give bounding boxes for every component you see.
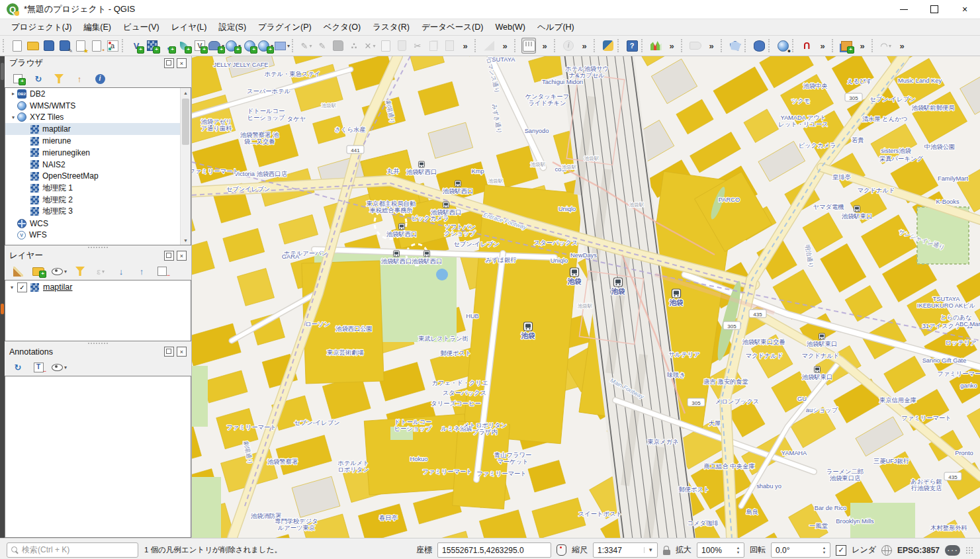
- toolbar-handle[interactable]: [554, 39, 558, 52]
- dropdown-arrow-icon[interactable]: ▼: [644, 547, 653, 553]
- metasearch-icon[interactable]: ●: [776, 38, 790, 54]
- add-wfs-layer-icon[interactable]: +▾: [258, 38, 273, 54]
- refresh-icon[interactable]: ↻: [31, 72, 46, 85]
- identify-features-icon[interactable]: i: [561, 38, 576, 54]
- scrollbar-thumb[interactable]: [182, 99, 189, 145]
- raster-histogram-icon[interactable]: [648, 38, 663, 54]
- add-selected-layers-icon[interactable]: +: [11, 72, 25, 85]
- toolbar-handle[interactable]: [594, 39, 598, 52]
- help-icon[interactable]: ?: [625, 38, 639, 54]
- save-layer-edits-icon[interactable]: [331, 38, 345, 54]
- menu-item[interactable]: データベース(D): [416, 20, 490, 35]
- browser-tree-item[interactable]: VWFS: [5, 230, 191, 241]
- expander-icon[interactable]: ▾: [8, 284, 16, 290]
- overflow-chevron[interactable]: »: [855, 38, 869, 54]
- overflow-chevron[interactable]: »: [498, 38, 512, 54]
- filter-browser-icon[interactable]: [52, 72, 66, 85]
- expander-icon[interactable]: ▸: [9, 91, 17, 97]
- layout-manager-icon[interactable]: *: [89, 38, 104, 54]
- coordinate-extent-toggle-icon[interactable]: [557, 544, 566, 556]
- browser-tree-item[interactable]: NAIS2: [5, 159, 191, 171]
- browser-tree-item[interactable]: WMS/WMTS: [5, 100, 191, 112]
- copy-features-icon[interactable]: [426, 38, 441, 54]
- add-wms-layer-icon[interactable]: +▾: [226, 38, 241, 54]
- menu-item[interactable]: プロジェクト(J): [5, 20, 77, 35]
- remove-layer-icon[interactable]: −: [155, 265, 169, 278]
- overflow-chevron[interactable]: »: [815, 38, 830, 54]
- menu-item[interactable]: レイヤ(L): [165, 20, 213, 35]
- browser-tree-item[interactable]: 地理院 1: [5, 182, 191, 194]
- style-manager-icon[interactable]: a: [105, 38, 120, 54]
- filter-legend-icon[interactable]: [73, 265, 87, 278]
- hidden-dock-strip[interactable]: [0, 56, 5, 538]
- measure-tool-icon[interactable]: [482, 38, 496, 54]
- toggle-editing-icon[interactable]: ✎: [315, 38, 330, 54]
- expand-all-icon[interactable]: ↓: [114, 265, 128, 278]
- toolbar-handle[interactable]: [744, 39, 748, 52]
- close-panel-icon[interactable]: ×: [177, 347, 187, 357]
- toolbar-handle[interactable]: [641, 39, 645, 52]
- render-checkbox[interactable]: ✓: [836, 545, 846, 556]
- scale-lock-icon[interactable]: [663, 550, 670, 555]
- save-project-icon[interactable]: [42, 38, 56, 54]
- browser-tree-item[interactable]: ▸DB2DB2: [5, 88, 191, 100]
- python-console-icon[interactable]: [601, 38, 615, 54]
- dropdown-arrow-icon[interactable]: ▾: [287, 43, 290, 49]
- toolbar-handle[interactable]: [721, 39, 725, 52]
- dropdown-arrow-icon[interactable]: ▾: [64, 365, 67, 370]
- browser-tree-item[interactable]: WCS: [5, 218, 191, 230]
- new-print-layout-icon[interactable]: ★: [73, 38, 88, 54]
- layer-item-maptilar[interactable]: ▾ ✓ maptilar: [5, 280, 191, 294]
- snapping-magnet-icon[interactable]: U: [799, 38, 814, 54]
- menu-item[interactable]: 編集(E): [77, 20, 117, 35]
- layer-label[interactable]: maptilar: [43, 282, 72, 292]
- close-panel-icon[interactable]: ×: [177, 251, 187, 261]
- add-spatialite-layer-icon[interactable]: +: [177, 38, 191, 54]
- menu-item[interactable]: 設定(S): [212, 20, 252, 35]
- collapse-all-icon[interactable]: ↑: [134, 265, 149, 278]
- toolbar-handle[interactable]: [617, 39, 621, 52]
- toolbar-handle[interactable]: [871, 39, 875, 52]
- delete-selected-icon[interactable]: [394, 38, 409, 54]
- dropdown-arrow-icon[interactable]: ▾: [64, 269, 67, 275]
- toolbar-handle[interactable]: [514, 39, 518, 52]
- menu-item[interactable]: Web(W): [489, 21, 531, 34]
- magnifier-spinbox[interactable]: 100% ▲▼: [697, 542, 744, 558]
- overflow-chevron[interactable]: »: [664, 38, 679, 54]
- toolbar-handle[interactable]: [792, 39, 796, 52]
- collapse-all-icon[interactable]: ↑: [72, 72, 87, 85]
- toolbar-handle[interactable]: [3, 39, 7, 52]
- rotation-spinbox[interactable]: 0.0° ▲▼: [771, 542, 830, 558]
- add-feature-icon[interactable]: ∴: [347, 38, 361, 54]
- duplicate-layer-icon[interactable]: +: [839, 38, 854, 54]
- toolbar-handle[interactable]: [768, 39, 772, 52]
- menu-item[interactable]: ベクタ(O): [318, 20, 367, 35]
- database-icon[interactable]: [752, 38, 766, 54]
- add-delimited-text-icon[interactable]: ,+: [161, 38, 175, 54]
- dropdown-arrow-icon[interactable]: ▾: [310, 43, 312, 49]
- dropdown-arrow-icon[interactable]: ▾: [102, 269, 105, 275]
- save-project-as-icon[interactable]: ✎: [58, 38, 72, 54]
- open-project-icon[interactable]: [26, 38, 40, 54]
- search-input[interactable]: 検索(Ctrl + K): [7, 542, 138, 558]
- add-raster-layer-icon[interactable]: +: [145, 38, 159, 54]
- menu-item[interactable]: ヘルプ(H): [531, 20, 580, 35]
- add-memory-layer-icon[interactable]: ▾: [275, 38, 290, 54]
- text-annotation-icon[interactable]: T−: [31, 361, 46, 374]
- float-panel-icon[interactable]: [164, 347, 174, 357]
- browser-tree-item[interactable]: 地理院 2: [5, 194, 191, 206]
- close-panel-icon[interactable]: ×: [177, 58, 187, 68]
- paste-features-icon[interactable]: [442, 38, 457, 54]
- toolbar-handle[interactable]: [122, 39, 126, 52]
- new-project-icon[interactable]: [10, 38, 24, 54]
- add-group-icon[interactable]: +: [31, 265, 46, 278]
- add-wcs-layer-icon[interactable]: +: [242, 38, 257, 54]
- add-virtual-layer-icon[interactable]: V+: [193, 38, 207, 54]
- multiedit-attributes-icon[interactable]: [379, 38, 393, 54]
- spinner-arrows-icon[interactable]: ▲▼: [734, 546, 740, 554]
- map-canvas[interactable]: JELLY JELLY CAFEホテル・東急ステイスーパーホテルTSUTAYAロ…: [192, 56, 980, 538]
- toolbar-handle[interactable]: [832, 39, 836, 52]
- browser-tree-item[interactable]: 地理院 3: [5, 206, 191, 218]
- refresh-annotations-icon[interactable]: ↻: [11, 361, 25, 374]
- cut-features-icon[interactable]: ✂: [410, 38, 425, 54]
